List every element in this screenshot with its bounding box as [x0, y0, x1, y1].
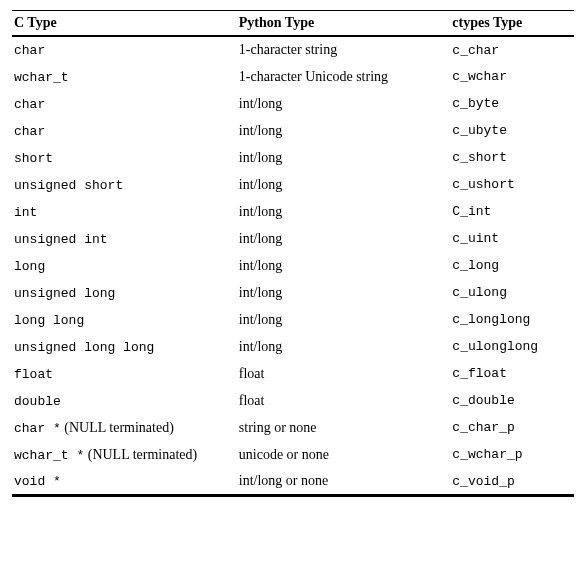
table-row: wchar_t1-character Unicode stringc_wchar: [12, 63, 574, 90]
header-c-type: C Type: [12, 11, 237, 37]
cell-ctypes-type: c_ulong: [450, 279, 574, 306]
c-type-code: unsigned int: [14, 232, 108, 247]
c-type-code: unsigned long: [14, 286, 115, 301]
cell-c-type: unsigned long long: [12, 333, 237, 360]
cell-c-type: double: [12, 387, 237, 414]
cell-ctypes-type: c_longlong: [450, 306, 574, 333]
cell-python-type: int/long: [237, 306, 451, 333]
cell-c-type: long long: [12, 306, 237, 333]
header-python-type: Python Type: [237, 11, 451, 37]
c-type-code: char *: [14, 421, 61, 436]
cell-ctypes-type: c_wchar_p: [450, 441, 574, 468]
c-type-annotation: (NULL terminated): [61, 420, 174, 435]
table-header-row: C Type Python Type ctypes Type: [12, 11, 574, 37]
table-row: char1-character stringc_char: [12, 36, 574, 63]
c-type-code: double: [14, 394, 61, 409]
cell-python-type: int/long: [237, 225, 451, 252]
cell-ctypes-type: c_ushort: [450, 171, 574, 198]
cell-ctypes-type: c_char: [450, 36, 574, 63]
table-row: wchar_t * (NULL terminated)unicode or no…: [12, 441, 574, 468]
table-row: char * (NULL terminated)string or nonec_…: [12, 414, 574, 441]
cell-python-type: float: [237, 360, 451, 387]
table-row: charint/longc_byte: [12, 90, 574, 117]
cell-ctypes-type: c_uint: [450, 225, 574, 252]
c-type-annotation: (NULL terminated): [84, 447, 197, 462]
cell-python-type: int/long: [237, 198, 451, 225]
cell-c-type: char: [12, 117, 237, 144]
cell-c-type: short: [12, 144, 237, 171]
cell-ctypes-type: c_double: [450, 387, 574, 414]
c-type-code: char: [14, 43, 45, 58]
c-type-code: int: [14, 205, 37, 220]
cell-python-type: int/long or none: [237, 468, 451, 496]
cell-python-type: int/long: [237, 171, 451, 198]
cell-c-type: char: [12, 36, 237, 63]
table-row: longint/longc_long: [12, 252, 574, 279]
cell-ctypes-type: c_void_p: [450, 468, 574, 496]
cell-c-type: wchar_t * (NULL terminated): [12, 441, 237, 468]
table-row: shortint/longc_short: [12, 144, 574, 171]
table-row: unsigned long longint/longc_ulonglong: [12, 333, 574, 360]
cell-python-type: float: [237, 387, 451, 414]
cell-c-type: void *: [12, 468, 237, 496]
cell-python-type: int/long: [237, 90, 451, 117]
cell-python-type: int/long: [237, 144, 451, 171]
cell-c-type: unsigned long: [12, 279, 237, 306]
cell-python-type: 1-character string: [237, 36, 451, 63]
table-row: floatfloatc_float: [12, 360, 574, 387]
cell-ctypes-type: c_wchar: [450, 63, 574, 90]
c-type-code: wchar_t *: [14, 448, 84, 463]
cell-python-type: string or none: [237, 414, 451, 441]
cell-ctypes-type: c_short: [450, 144, 574, 171]
cell-c-type: char: [12, 90, 237, 117]
cell-c-type: char * (NULL terminated): [12, 414, 237, 441]
header-ctypes-type: ctypes Type: [450, 11, 574, 37]
table-row: charint/longc_ubyte: [12, 117, 574, 144]
cell-python-type: int/long: [237, 117, 451, 144]
c-type-code: float: [14, 367, 53, 382]
cell-c-type: long: [12, 252, 237, 279]
c-type-code: char: [14, 97, 45, 112]
cell-c-type: float: [12, 360, 237, 387]
cell-ctypes-type: c_long: [450, 252, 574, 279]
c-type-code: void *: [14, 474, 61, 489]
cell-c-type: wchar_t: [12, 63, 237, 90]
c-type-code: short: [14, 151, 53, 166]
cell-ctypes-type: c_byte: [450, 90, 574, 117]
table-row: void *int/long or nonec_void_p: [12, 468, 574, 496]
cell-python-type: 1-character Unicode string: [237, 63, 451, 90]
c-type-code: unsigned long long: [14, 340, 154, 355]
cell-c-type: int: [12, 198, 237, 225]
c-type-code: long long: [14, 313, 84, 328]
cell-c-type: unsigned short: [12, 171, 237, 198]
ctypes-mapping-table: C Type Python Type ctypes Type char1-cha…: [12, 10, 574, 497]
cell-python-type: int/long: [237, 252, 451, 279]
cell-python-type: unicode or none: [237, 441, 451, 468]
cell-ctypes-type: c_ulonglong: [450, 333, 574, 360]
cell-ctypes-type: c_char_p: [450, 414, 574, 441]
table-row: unsigned longint/longc_ulong: [12, 279, 574, 306]
cell-ctypes-type: C_int: [450, 198, 574, 225]
table-row: doublefloatc_double: [12, 387, 574, 414]
table-row: long longint/longc_longlong: [12, 306, 574, 333]
c-type-code: long: [14, 259, 45, 274]
table-row: intint/longC_int: [12, 198, 574, 225]
cell-c-type: unsigned int: [12, 225, 237, 252]
c-type-code: wchar_t: [14, 70, 69, 85]
table-row: unsigned intint/longc_uint: [12, 225, 574, 252]
cell-ctypes-type: c_float: [450, 360, 574, 387]
cell-ctypes-type: c_ubyte: [450, 117, 574, 144]
cell-python-type: int/long: [237, 333, 451, 360]
table-row: unsigned shortint/longc_ushort: [12, 171, 574, 198]
c-type-code: unsigned short: [14, 178, 123, 193]
cell-python-type: int/long: [237, 279, 451, 306]
c-type-code: char: [14, 124, 45, 139]
